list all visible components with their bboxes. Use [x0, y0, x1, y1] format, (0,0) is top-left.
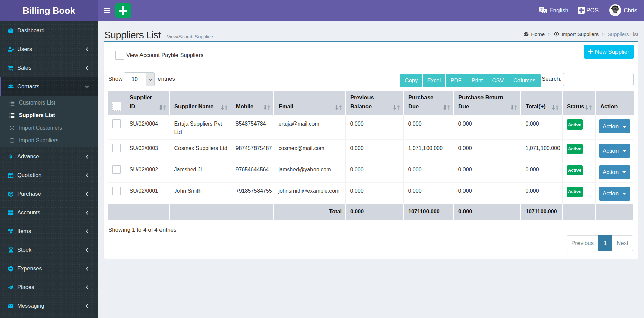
svg-text:A: A — [543, 9, 546, 13]
